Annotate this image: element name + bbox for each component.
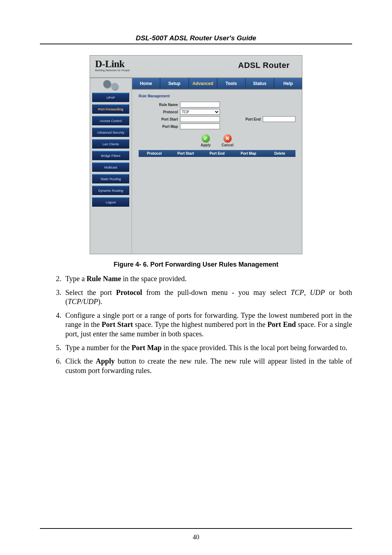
router-title: ADSL Router [238, 61, 295, 70]
port-map-input[interactable] [180, 123, 220, 129]
panel-title: Rule Management [139, 94, 295, 98]
brand-logo: D-Link [95, 59, 130, 69]
col-port-start: Port Start [170, 151, 201, 155]
sidebar-item-lan-clients[interactable]: Lan Clients [92, 139, 129, 149]
connector-icon [102, 80, 120, 90]
sidebar-item-logout[interactable]: Logout [92, 197, 129, 207]
tab-home[interactable]: Home [132, 78, 160, 89]
label-port-map: Port Map [149, 125, 178, 129]
header-rule [40, 44, 352, 44]
col-delete: Delete [264, 151, 295, 155]
sidebar-item-advanced-security[interactable]: Advanced Security [92, 127, 129, 137]
x-icon: ✕ [224, 134, 232, 142]
sidebar-item-port-forwarding[interactable]: Port Forwarding [92, 104, 129, 114]
router-screenshot: D-Link Building Networks for People ADSL… [90, 55, 302, 254]
sidebar-item-upnp[interactable]: UPnP [92, 93, 129, 102]
sidebar: UPnP Port Forwarding Access Control Adva… [90, 78, 132, 254]
tab-status[interactable]: Status [246, 78, 274, 89]
apply-button[interactable]: ✓ Apply [201, 134, 211, 147]
protocol-select[interactable]: TCP [180, 109, 220, 115]
step-6: Click the Apply button to create the new… [63, 357, 352, 375]
col-protocol: Protocol [139, 151, 170, 155]
step-3: Select the port Protocol from the pull-d… [63, 288, 352, 307]
sidebar-item-multicast[interactable]: Multicast [92, 162, 129, 172]
step-5: Type a number for the Port Map in the sp… [63, 343, 352, 353]
router-header: D-Link Building Networks for People ADSL… [90, 56, 302, 77]
sidebar-item-dynamic-routing[interactable]: Dynamic Routing [92, 186, 129, 195]
page-number: 40 [0, 534, 392, 541]
rule-name-input[interactable] [180, 102, 220, 108]
rules-table-header: Protocol Port Start Port End Port Map De… [139, 150, 295, 157]
cancel-label: Cancel [221, 143, 233, 147]
sidebar-item-access-control[interactable]: Access Control [92, 116, 129, 125]
col-port-end: Port End [201, 151, 233, 155]
brand-tagline: Building Networks for People [95, 69, 130, 72]
label-port-end: Port End [239, 117, 261, 121]
step-4: Configure a single port or a range of po… [63, 311, 352, 339]
col-port-map: Port Map [233, 151, 264, 155]
sidebar-item-static-routing[interactable]: Static Routing [92, 174, 129, 183]
step-2: Type a Rule Name in the space provided. [63, 274, 352, 284]
tab-help[interactable]: Help [274, 78, 302, 89]
instruction-list: Type a Rule Name in the space provided. … [40, 274, 352, 375]
cancel-button[interactable]: ✕ Cancel [221, 134, 233, 147]
label-protocol: Protocol [149, 110, 178, 114]
figure-caption: Figure 4- 6. Port Forwarding User Rules … [40, 261, 352, 268]
apply-label: Apply [201, 143, 211, 147]
tab-setup[interactable]: Setup [160, 78, 189, 89]
port-end-input[interactable] [263, 116, 295, 122]
sidebar-item-bridge-filters[interactable]: Bridge Filters [92, 151, 129, 160]
tab-advanced[interactable]: Advanced [189, 78, 217, 89]
page-header-title: DSL-500T ADSL Router User's Guide [40, 34, 352, 42]
check-icon: ✓ [202, 134, 210, 142]
tab-bar: Home Setup Advanced Tools Status Help [132, 78, 302, 90]
label-rule-name: Rule Name [149, 103, 178, 107]
port-start-input[interactable] [180, 116, 220, 122]
label-port-start: Port Start [149, 117, 178, 121]
tab-tools[interactable]: Tools [217, 78, 246, 89]
footer-rule [40, 528, 352, 529]
